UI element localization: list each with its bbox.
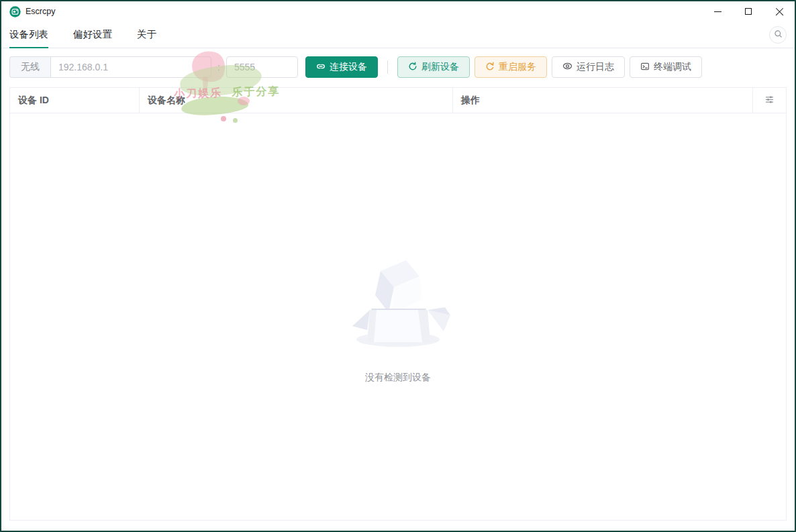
connect-device-label: 连接设备: [330, 61, 367, 73]
terminal-icon: [640, 62, 650, 73]
device-table-header: 设备 ID 设备名称 操作: [10, 88, 786, 113]
minimize-button[interactable]: [702, 1, 733, 21]
title-bar: Escrcpy: [1, 1, 795, 21]
empty-state-description: 没有检测到设备: [365, 372, 431, 384]
sliders-icon: [764, 95, 775, 107]
run-logs-button[interactable]: 运行日志: [552, 56, 625, 78]
port-input[interactable]: [226, 56, 298, 78]
device-table: 设备 ID 设备名称 操作: [9, 87, 787, 521]
toolbar-divider: [387, 60, 388, 74]
run-logs-label: 运行日志: [577, 61, 614, 73]
wireless-address-group: 无线: [9, 56, 211, 78]
restart-icon: [485, 62, 495, 73]
empty-state: 没有检测到设备: [344, 250, 452, 384]
ip-address-input[interactable]: [50, 56, 211, 78]
close-button[interactable]: [764, 1, 795, 21]
column-settings-button[interactable]: [753, 88, 786, 113]
connect-link-icon: [316, 62, 326, 73]
restart-service-label: 重启服务: [499, 61, 536, 73]
close-icon: [775, 7, 784, 16]
terminal-debug-label: 终端调试: [654, 61, 691, 73]
refresh-devices-button[interactable]: 刷新设备: [397, 56, 470, 78]
connection-toolbar: 无线 : 连接设备 刷新设备 重启服: [9, 56, 787, 78]
wireless-mode-label: 无线: [9, 56, 50, 78]
window-controls: [702, 1, 795, 21]
minimize-icon: [714, 11, 722, 12]
tab-device-list[interactable]: 设备列表: [9, 21, 48, 48]
terminal-debug-button[interactable]: 终端调试: [630, 56, 702, 78]
tab-preferences[interactable]: 偏好设置: [73, 21, 112, 48]
device-table-body: 没有检测到设备: [10, 113, 786, 520]
tab-about[interactable]: 关于: [137, 21, 156, 48]
eye-icon: [562, 61, 573, 73]
search-icon: [774, 30, 783, 40]
empty-box-illustration: [344, 250, 452, 353]
app-logo-icon: [9, 6, 21, 17]
column-header-device-id: 设备 ID: [10, 88, 140, 113]
tab-bar: 设备列表 偏好设置 关于: [1, 21, 795, 48]
column-header-device-name: 设备名称: [140, 88, 453, 113]
refresh-icon: [408, 62, 417, 73]
port-separator: :: [217, 62, 220, 72]
maximize-icon: [745, 8, 752, 15]
window-title: Escrcpy: [26, 7, 55, 16]
restart-service-button[interactable]: 重启服务: [475, 56, 547, 78]
connect-device-button[interactable]: 连接设备: [305, 56, 378, 78]
refresh-devices-label: 刷新设备: [421, 61, 459, 73]
maximize-button[interactable]: [733, 1, 764, 21]
search-button[interactable]: [769, 26, 787, 44]
app-window: { "window": { "title": "Escrcpy" }, "tab…: [0, 0, 796, 532]
column-header-actions: 操作: [453, 88, 753, 113]
